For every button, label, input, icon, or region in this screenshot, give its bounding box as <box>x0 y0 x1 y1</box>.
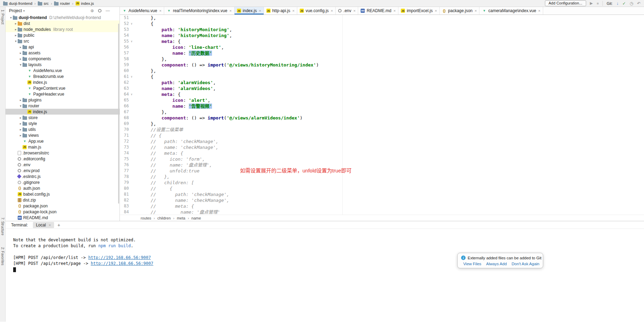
fold-marker-icon[interactable]: ∨ <box>129 91 134 97</box>
tree-item[interactable]: ▼PageHeader.vue <box>6 91 120 97</box>
git-update-icon[interactable]: ↓ <box>616 1 618 6</box>
close-icon[interactable]: × <box>475 9 477 13</box>
chevron-icon[interactable]: ▸ <box>14 28 18 31</box>
chevron-icon[interactable]: ▸ <box>19 98 23 102</box>
tree-item[interactable]: .browserslistrc <box>6 150 120 156</box>
tree-item[interactable]: ▸style <box>6 120 120 126</box>
new-terminal-icon[interactable]: + <box>58 222 60 228</box>
breadcrumb-item[interactable]: duoji-frontend <box>3 1 33 6</box>
tree-item[interactable]: JSbabel.config.js <box>6 191 120 197</box>
notification-action[interactable]: Always Add <box>486 262 506 266</box>
terminal-link[interactable]: http://192.168.66.56:9007 <box>88 255 151 260</box>
breadcrumb-item[interactable]: meta <box>177 216 185 220</box>
editor-tab[interactable]: ▼cameraManage\index.vue× <box>479 7 543 15</box>
tree-item[interactable]: ▸public <box>6 32 120 38</box>
chevron-icon[interactable]: ▸ <box>19 116 23 119</box>
tree-item[interactable]: ▾duoji-frontendD:\zheheWeb\duoji-fronten… <box>6 15 120 20</box>
chevron-icon[interactable]: ▸ <box>19 134 23 137</box>
add-configuration-button[interactable]: Add Configuration... <box>545 0 586 6</box>
chevron-icon[interactable]: ▸ <box>14 22 18 25</box>
tree-item[interactable]: .editorconfig <box>6 156 120 162</box>
chevron-icon[interactable]: ▸ <box>19 45 23 49</box>
chevron-icon[interactable]: ▾ <box>14 39 18 43</box>
tree-item[interactable]: ▾layouts <box>6 62 120 68</box>
terminal-output[interactable]: Note that the development build is not o… <box>6 229 644 322</box>
fold-marker-icon[interactable]: ∨ <box>129 74 134 80</box>
scrollbar-thumb[interactable] <box>118 24 119 204</box>
tree-item[interactable]: ▾router <box>6 103 120 109</box>
close-icon[interactable]: × <box>159 9 161 13</box>
breadcrumb-item[interactable]: children <box>157 216 171 220</box>
tree-item[interactable]: ▸utils <box>6 126 120 132</box>
editor-tab[interactable]: JSvue.config.js× <box>297 7 336 15</box>
editor-tab[interactable]: .env× <box>336 7 358 15</box>
chevron-icon[interactable]: ▾ <box>19 63 23 66</box>
hide-panel-icon[interactable]: — <box>106 9 110 13</box>
project-panel-title[interactable]: Project <box>9 8 22 13</box>
tree-item[interactable]: ▸assets <box>6 50 120 56</box>
tree-item[interactable]: ▸components <box>6 56 120 62</box>
settings-gear-icon[interactable] <box>98 9 102 12</box>
editor-tab[interactable]: JShttp-api.js× <box>264 7 297 15</box>
chevron-icon[interactable]: ▸ <box>14 34 18 37</box>
close-icon[interactable]: × <box>292 9 294 13</box>
fold-marker-icon[interactable]: ∨ <box>129 21 134 27</box>
tree-item[interactable]: .gitignore <box>6 179 120 185</box>
tree-item[interactable]: {}auth.json <box>6 185 120 191</box>
close-icon[interactable]: × <box>331 9 333 13</box>
editor-tab[interactable]: JSimportExcel.js× <box>398 7 440 15</box>
history-icon[interactable]: ◷ <box>629 1 633 6</box>
tree-item[interactable]: dist.zip <box>6 197 120 203</box>
close-icon[interactable]: × <box>259 9 261 13</box>
tree-item[interactable]: ▸dist <box>6 20 120 26</box>
editor-tab[interactable]: MDREADME.md× <box>358 7 398 15</box>
chevron-icon[interactable]: ▸ <box>19 122 23 125</box>
tree-item[interactable]: {}package.json <box>6 203 120 209</box>
chevron-icon[interactable]: ▾ <box>19 104 23 108</box>
close-icon[interactable]: × <box>435 9 437 13</box>
editor-tab[interactable]: ▼realTimeMonitoring\index.vue× <box>164 7 234 15</box>
tool-stripe-project[interactable]: 1: Project <box>1 10 5 24</box>
close-icon[interactable]: × <box>394 9 396 13</box>
tree-item[interactable]: JSmain.js <box>6 144 120 150</box>
tree-item[interactable]: ▼PageContent.vue <box>6 85 120 91</box>
terminal-tab-local[interactable]: Local × <box>33 222 54 228</box>
close-icon[interactable]: × <box>229 9 231 13</box>
tree-item[interactable]: JSindex.js <box>6 109 120 115</box>
tool-stripe-favorites[interactable]: 2: Favorites <box>1 247 5 265</box>
tree-item[interactable]: ▸store <box>6 115 120 120</box>
run-icon[interactable]: ▶ <box>590 1 593 5</box>
tree-item[interactable]: MDREADME.md <box>6 215 120 221</box>
tree-item[interactable]: .env.prod <box>6 168 120 173</box>
notification-action[interactable]: View Files <box>463 262 481 266</box>
fold-marker-icon[interactable]: ∨ <box>129 38 134 44</box>
editor[interactable]: 51 },52∨ {53 path: 'historyMonitoring',5… <box>120 15 644 215</box>
locate-icon[interactable]: ⊕ <box>90 9 94 13</box>
stop-icon[interactable]: ■ <box>597 2 599 5</box>
editor-tab[interactable]: {}package.json× <box>440 7 479 15</box>
breadcrumb-item[interactable]: routes <box>141 216 151 220</box>
tree-item[interactable]: {}package-lock.json <box>6 209 120 215</box>
tree-item[interactable]: ▸plugins <box>6 97 120 103</box>
breadcrumb-item[interactable]: src <box>37 1 49 6</box>
close-icon[interactable]: × <box>538 9 540 13</box>
rollback-icon[interactable]: ↶ <box>637 1 641 6</box>
tree-item[interactable]: JSindex.js <box>6 79 120 85</box>
tree-item[interactable]: ▼Breadcrumb.vue <box>6 73 120 79</box>
tool-stripe-structure[interactable]: 7: Structure <box>1 217 5 235</box>
terminal-link[interactable]: http://192.168.66.56:9007 <box>91 261 153 266</box>
breadcrumb-item[interactable]: JSindex.js <box>75 1 94 6</box>
close-icon[interactable]: × <box>353 9 355 13</box>
close-icon[interactable]: × <box>48 223 51 227</box>
tree-item[interactable]: ▸node_moduleslibrary root <box>6 26 120 32</box>
tree-item[interactable]: .env <box>6 162 120 168</box>
notification-action[interactable]: Don't Ask Again <box>512 262 539 266</box>
chevron-icon[interactable]: ▸ <box>19 51 23 55</box>
git-commit-icon[interactable]: ✓ <box>622 1 626 6</box>
breadcrumb-item[interactable]: router <box>54 1 70 6</box>
tree-item[interactable]: ▼App.vue <box>6 138 120 144</box>
editor-tab[interactable]: ▼AsideMenu.vue× <box>120 7 164 15</box>
chevron-icon[interactable]: ▸ <box>19 57 23 61</box>
tree-item[interactable]: ▼AsideMenu.vue <box>6 68 120 73</box>
tree-item[interactable]: ▾src <box>6 38 120 44</box>
